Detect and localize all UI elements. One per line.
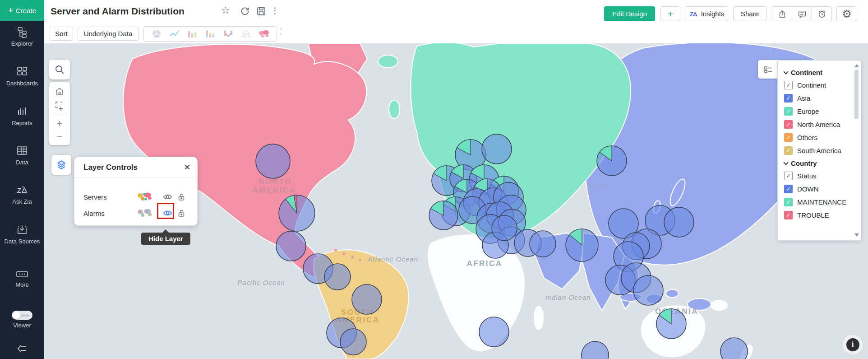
legend-item-down[interactable]: ✓DOWN <box>784 185 850 193</box>
scroll-down-arrow-icon[interactable] <box>854 233 859 237</box>
stacked-bar-chart-icon[interactable] <box>204 28 216 39</box>
layer-controls-toggle[interactable] <box>51 155 71 175</box>
legend-checkbox[interactable]: ✓ <box>784 198 793 206</box>
servers-visibility-eye-icon[interactable] <box>159 190 175 204</box>
legend-checkbox[interactable]: ✓ <box>784 185 793 193</box>
map-pie-marker[interactable] <box>324 264 351 290</box>
line-chart-icon[interactable] <box>169 28 180 39</box>
settings-gear-icon: ⚙ <box>842 8 852 20</box>
map-pie-marker[interactable] <box>664 207 694 237</box>
layer-controls-header: Layer Controls × <box>74 157 197 178</box>
map-pie-marker[interactable] <box>352 284 382 314</box>
legend-item-asia[interactable]: ✓Asia <box>784 94 850 103</box>
save-icon[interactable] <box>256 6 266 18</box>
sidebar-item-data[interactable]: Data <box>0 145 44 166</box>
zoom-in-button[interactable]: + <box>57 119 63 128</box>
add-report-button[interactable]: + <box>660 6 680 21</box>
sidebar-item-ask-zia[interactable]: Ask Zia <box>0 184 44 205</box>
sidebar-collapse[interactable] <box>0 344 44 353</box>
legend-checkbox[interactable]: ✓ <box>784 120 793 129</box>
map-search-button[interactable] <box>49 60 70 79</box>
legend-scrollbar[interactable] <box>854 63 859 238</box>
map-canvas[interactable]: NORTH AMERICA SOUTH AMERICA AFRICA ASIA … <box>44 43 868 359</box>
explorer-tree-icon <box>16 26 28 38</box>
legend-item-maintenance[interactable]: ✓MAINTENANCE <box>784 198 850 206</box>
map-pie-marker[interactable] <box>482 134 512 164</box>
legend-checkbox[interactable]: ✓ <box>784 107 793 116</box>
viewer-toggle[interactable]: OFF <box>12 311 32 320</box>
legend-item-north-america[interactable]: ✓North America <box>784 120 850 129</box>
zoom-out-button[interactable]: − <box>57 132 63 141</box>
map-info-button[interactable]: i <box>843 335 863 354</box>
star-icon[interactable]: ☆ <box>221 5 230 16</box>
europe-island-1 <box>378 55 398 68</box>
comments-button[interactable] <box>792 6 812 21</box>
servers-lock-icon[interactable] <box>175 190 187 204</box>
madagascar <box>534 306 543 330</box>
servers-layer-thumbnail-icon[interactable] <box>137 191 153 202</box>
map-zoom-controls: + − <box>49 82 70 145</box>
legend-checkbox[interactable]: ✓ <box>784 172 793 180</box>
map-pie-marker[interactable] <box>256 144 290 178</box>
label-north-america: NORTH <box>259 177 292 186</box>
legend-checkbox[interactable]: ✓ <box>784 133 793 142</box>
legend-group-title[interactable]: Continent <box>784 69 850 76</box>
map-pie-marker[interactable] <box>340 329 366 355</box>
edit-design-button[interactable]: Edit Design <box>604 6 655 21</box>
legend-checkbox[interactable]: ✓ <box>784 81 793 89</box>
scrollbar-thumb[interactable] <box>854 70 859 119</box>
legend-item-europe[interactable]: ✓Europe <box>784 107 850 116</box>
legend-toggle-button[interactable] <box>758 60 778 79</box>
map-pie-marker[interactable] <box>633 275 663 305</box>
legend-checkbox[interactable]: ✓ <box>784 94 793 103</box>
alerts-button[interactable] <box>812 6 832 21</box>
pie-chart-icon[interactable] <box>151 28 162 39</box>
funnel-chart-icon[interactable] <box>222 28 234 39</box>
sidebar-item-more[interactable]: More <box>0 269 44 289</box>
sidebar-item-explorer[interactable]: Explorer <box>0 26 44 47</box>
legend-item-status[interactable]: ✓Status <box>784 172 850 180</box>
legend-group-title[interactable]: Country <box>784 159 850 167</box>
zoom-selection-icon[interactable] <box>55 101 65 111</box>
comment-icon <box>798 9 807 19</box>
alarms-layer-thumbnail-icon[interactable] <box>137 208 153 219</box>
map-pie-marker[interactable] <box>530 231 556 257</box>
insights-button[interactable]: Insights <box>685 6 728 21</box>
toolbar-kebab-icon[interactable]: ⁚ <box>280 27 282 37</box>
close-icon[interactable]: × <box>185 162 190 173</box>
create-button[interactable]: + Create <box>0 0 44 21</box>
refresh-icon[interactable] <box>240 6 250 18</box>
map-pie-marker[interactable] <box>276 231 306 261</box>
data-table-icon <box>16 145 28 157</box>
share-button[interactable]: Share <box>733 6 766 21</box>
map-chart-icon-selected[interactable] <box>258 28 270 39</box>
app-window: + Create Explorer Dashboards Reports <box>0 0 868 359</box>
alarms-lock-icon[interactable] <box>175 206 187 220</box>
bar-chart-icon[interactable] <box>186 28 198 39</box>
map-pie-marker[interactable] <box>479 317 509 347</box>
legend-item-continent[interactable]: ✓Continent <box>784 81 850 89</box>
export-button[interactable] <box>772 6 792 21</box>
map-pie-marker[interactable] <box>492 215 517 241</box>
legend-checkbox[interactable]: ✓ <box>784 211 793 219</box>
legend-checkbox[interactable]: ✓ <box>784 146 793 155</box>
scroll-up-arrow-icon[interactable] <box>854 64 859 67</box>
scatter-chart-icon[interactable] <box>240 28 252 39</box>
label-africa: AFRICA <box>466 259 502 268</box>
more-ellipsis-icon <box>15 269 29 279</box>
home-icon[interactable] <box>55 87 65 97</box>
sidebar-item-reports[interactable]: Reports <box>0 106 44 127</box>
sort-button[interactable]: Sort <box>50 27 73 41</box>
underlying-data-button[interactable]: Underlying Data <box>78 27 139 41</box>
view-toolbar: Sort Underlying Data <box>44 23 868 43</box>
legend-item-trouble[interactable]: ✓TROUBLE <box>784 211 850 219</box>
sidebar-item-dashboards[interactable]: Dashboards <box>0 66 44 87</box>
legend-item-south-america[interactable]: ✓South America <box>784 146 850 155</box>
chevron-down-icon <box>783 69 788 74</box>
sidebar-item-data-sources[interactable]: Data Sources <box>0 224 44 245</box>
legend-item-others[interactable]: ✓Others <box>784 133 850 142</box>
alarms-visibility-eye-icon[interactable] <box>159 206 175 220</box>
label-indian-ocean: Indian Ocean <box>545 294 591 301</box>
kebab-icon[interactable]: ⋮ <box>271 5 279 16</box>
settings-button[interactable]: ⚙ <box>836 6 857 21</box>
